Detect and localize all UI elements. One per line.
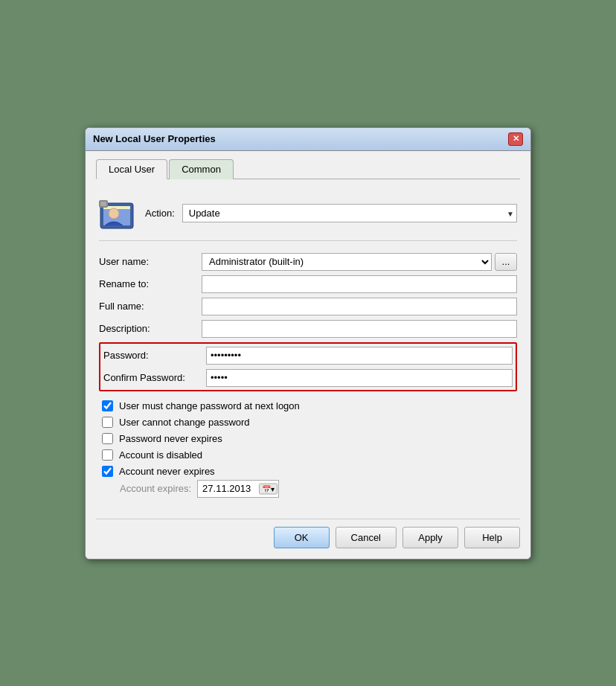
- close-button[interactable]: ✕: [508, 132, 523, 146]
- button-row: OK Cancel Apply Help: [96, 519, 520, 548]
- action-row: Action: Update Create Delete Replace ▼: [99, 196, 517, 241]
- description-input[interactable]: [202, 320, 517, 338]
- username-select[interactable]: Administrator (built-in): [202, 253, 492, 271]
- tab-bar: Local User Common: [96, 158, 520, 179]
- must-change-password-label: User must change password at next logon: [119, 400, 300, 411]
- password-section: Password: Confirm Password:: [99, 342, 517, 391]
- confirm-password-label: Confirm Password:: [103, 372, 200, 383]
- help-button[interactable]: Help: [464, 527, 520, 548]
- rename-input[interactable]: [202, 275, 517, 293]
- password-label: Password:: [103, 350, 200, 361]
- account-disabled-checkbox[interactable]: [102, 449, 113, 461]
- cannot-change-password-item[interactable]: User cannot change password: [102, 417, 517, 428]
- checkboxes-section: User must change password at next logon …: [102, 400, 517, 477]
- user-icon: [99, 196, 135, 231]
- account-disabled-item[interactable]: Account is disabled: [102, 449, 517, 461]
- cancel-button[interactable]: Cancel: [336, 527, 397, 548]
- confirm-password-input[interactable]: [206, 369, 513, 387]
- action-select[interactable]: Update Create Delete Replace: [182, 204, 517, 222]
- fullname-input[interactable]: [202, 298, 517, 315]
- action-label: Action:: [145, 208, 175, 219]
- must-change-password-item[interactable]: User must change password at next logon: [102, 400, 517, 411]
- cannot-change-password-label: User cannot change password: [119, 417, 250, 428]
- date-input-wrapper: 📅▾: [197, 480, 279, 498]
- fullname-label: Full name:: [99, 301, 196, 312]
- password-never-expires-item[interactable]: Password never expires: [102, 433, 517, 444]
- action-select-wrapper: Update Create Delete Replace ▼: [182, 204, 517, 222]
- password-never-expires-checkbox[interactable]: [102, 433, 113, 444]
- password-input[interactable]: [206, 347, 513, 365]
- password-never-expires-label: Password never expires: [119, 433, 222, 444]
- tab-local-user[interactable]: Local User: [96, 159, 167, 179]
- must-change-password-checkbox[interactable]: [102, 400, 113, 411]
- rename-label: Rename to:: [99, 278, 196, 289]
- ok-button[interactable]: OK: [274, 527, 330, 548]
- date-picker-button[interactable]: 📅▾: [259, 483, 277, 494]
- form-grid: User name: Administrator (built-in) ... …: [99, 253, 517, 391]
- cannot-change-password-checkbox[interactable]: [102, 417, 113, 428]
- account-expires-label: Account expires:: [120, 483, 191, 494]
- account-disabled-label: Account is disabled: [119, 449, 202, 461]
- account-never-expires-item[interactable]: Account never expires: [102, 466, 517, 477]
- tab-content: Action: Update Create Delete Replace ▼ U…: [96, 190, 520, 504]
- username-row: Administrator (built-in) ...: [202, 253, 517, 271]
- account-expires-row: Account expires: 📅▾: [120, 480, 517, 498]
- window-body: Local User Common Action:: [86, 151, 530, 559]
- description-label: Description:: [99, 323, 196, 334]
- title-bar: New Local User Properties ✕: [86, 128, 530, 151]
- account-never-expires-checkbox[interactable]: [102, 466, 113, 477]
- username-browse-button[interactable]: ...: [495, 253, 517, 271]
- svg-point-3: [109, 208, 119, 219]
- username-label: User name:: [99, 256, 196, 267]
- main-window: New Local User Properties ✕ Local User C…: [85, 127, 531, 560]
- window-title: New Local User Properties: [93, 133, 216, 144]
- tab-common[interactable]: Common: [169, 159, 234, 179]
- svg-rect-5: [100, 202, 106, 206]
- apply-button[interactable]: Apply: [402, 527, 458, 548]
- account-never-expires-label: Account never expires: [119, 466, 215, 477]
